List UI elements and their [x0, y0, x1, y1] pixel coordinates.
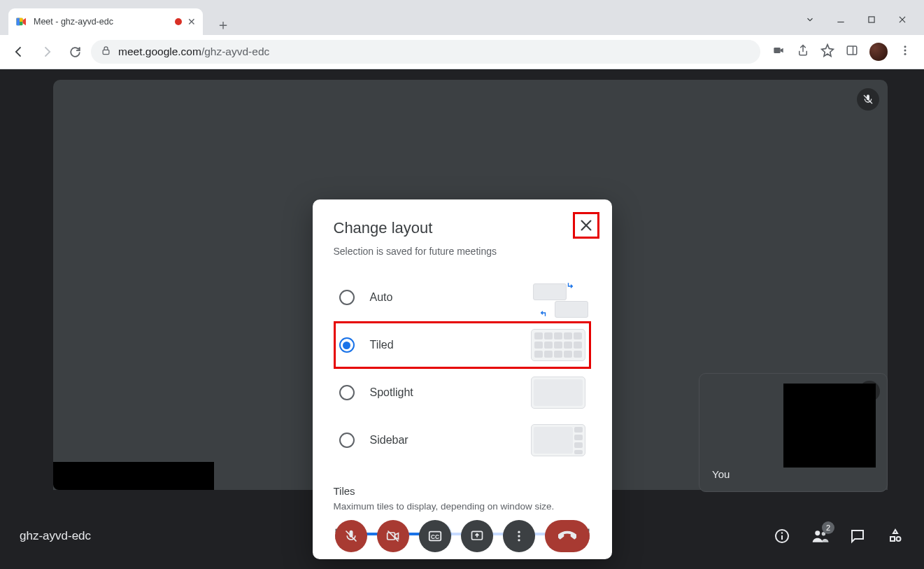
share-icon[interactable]	[797, 44, 809, 59]
svg-rect-5	[774, 48, 780, 53]
browser-toolbar: meet.google.com/ghz-ayvd-edc	[0, 35, 924, 69]
bookmark-star-icon[interactable]	[820, 43, 834, 60]
layout-spotlight-thumb-icon	[527, 377, 585, 409]
self-view-tile[interactable]: You	[699, 373, 888, 492]
more-options-button[interactable]	[503, 520, 535, 552]
lock-icon	[101, 45, 111, 59]
meet-bottom-bar: ghz-ayvd-edc CC	[0, 503, 924, 569]
browser-tab[interactable]: Meet - ghz-ayvd-edc ✕	[8, 8, 203, 35]
svg-point-38	[815, 531, 820, 535]
svg-rect-2	[17, 18, 20, 26]
captions-button[interactable]: CC	[419, 520, 451, 552]
meet-favicon-icon	[15, 15, 28, 28]
minimize-icon[interactable]	[836, 15, 846, 27]
forward-button[interactable]	[35, 40, 59, 64]
svg-point-32	[518, 531, 520, 533]
camera-toggle-button[interactable]	[377, 520, 409, 552]
profile-avatar[interactable]	[869, 43, 888, 61]
layout-sidebar-thumb-icon	[527, 424, 585, 456]
radio-icon	[339, 433, 355, 448]
window-controls	[805, 7, 924, 35]
radio-selected-icon	[339, 337, 355, 353]
browser-tab-strip: Meet - ghz-ayvd-edc ✕ ＋	[0, 0, 924, 35]
layout-option-label: Auto	[370, 291, 511, 304]
radio-icon	[339, 290, 355, 305]
tiles-title: Tiles	[334, 485, 591, 497]
recording-indicator-icon	[175, 18, 182, 25]
participant-count-badge: 2	[822, 521, 834, 534]
close-dialog-button[interactable]	[573, 212, 599, 239]
layout-option-sidebar[interactable]: Sidebar	[334, 416, 591, 464]
layout-auto-thumb-icon	[527, 281, 585, 314]
hangup-button[interactable]	[545, 520, 590, 552]
layout-option-label: Tiled	[370, 339, 511, 351]
address-bar[interactable]: meet.google.com/ghz-ayvd-edc	[91, 40, 760, 64]
call-controls: CC	[335, 520, 590, 552]
svg-point-37	[781, 532, 783, 533]
dialog-subtitle: Selection is saved for future meetings	[334, 246, 591, 257]
close-tab-icon[interactable]: ✕	[187, 16, 196, 27]
url-text: meet.google.com/ghz-ayvd-edc	[118, 45, 269, 58]
meeting-info-button[interactable]	[773, 527, 791, 545]
layout-tiled-thumb-icon: null	[527, 329, 585, 361]
camera-icon[interactable]	[772, 45, 786, 59]
meet-app: You Change layout Selection is saved for…	[0, 69, 924, 569]
meeting-code: ghz-ayvd-edc	[20, 529, 91, 543]
close-window-icon[interactable]	[897, 15, 907, 27]
video-overlay-patch	[53, 462, 214, 490]
people-button[interactable]: 2	[811, 527, 829, 545]
svg-point-34	[518, 539, 520, 541]
present-button[interactable]	[461, 520, 493, 552]
toolbar-right	[765, 43, 917, 61]
svg-point-33	[518, 535, 520, 537]
side-panel-icon[interactable]	[846, 44, 858, 59]
radio-icon	[339, 385, 355, 400]
back-button[interactable]	[7, 40, 31, 64]
kebab-menu-icon[interactable]	[899, 44, 911, 59]
reload-button[interactable]	[63, 40, 87, 64]
layout-option-label: Spotlight	[370, 386, 511, 399]
layout-option-spotlight[interactable]: Spotlight	[334, 369, 591, 416]
self-video-thumbnail	[783, 384, 876, 468]
self-label: You	[712, 468, 730, 480]
svg-point-9	[904, 50, 907, 52]
chevron-down-icon[interactable]	[805, 15, 815, 27]
tab-title: Meet - ghz-ayvd-edc	[34, 17, 169, 27]
mic-toggle-button[interactable]	[335, 520, 367, 552]
new-tab-button[interactable]: ＋	[213, 14, 234, 35]
svg-rect-4	[103, 50, 109, 54]
activities-button[interactable]	[886, 527, 904, 545]
layout-option-tiled[interactable]: Tiled null	[334, 321, 591, 369]
remote-muted-icon	[857, 88, 879, 111]
svg-point-10	[904, 53, 907, 55]
svg-rect-6	[847, 46, 857, 55]
svg-point-8	[904, 45, 907, 48]
dialog-title: Change layout	[334, 219, 591, 237]
layout-option-auto[interactable]: Auto	[334, 274, 591, 321]
chat-button[interactable]	[848, 527, 867, 545]
maximize-icon[interactable]	[867, 15, 876, 27]
svg-rect-3	[869, 17, 874, 22]
meet-right-icons: 2	[773, 527, 904, 545]
svg-text:CC: CC	[431, 534, 439, 540]
layout-option-label: Sidebar	[370, 434, 511, 447]
layout-options: Auto Tiled null	[334, 274, 591, 464]
